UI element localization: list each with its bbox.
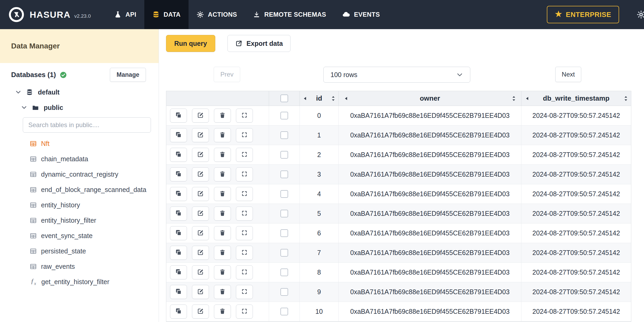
- expand-row-button[interactable]: [236, 187, 253, 201]
- sidebar-table-item[interactable]: dynamic_contract_registry: [0, 167, 159, 182]
- row-checkbox[interactable]: [280, 229, 288, 237]
- export-data-button[interactable]: Export data: [227, 35, 291, 52]
- sidebar-table-item[interactable]: end_of_block_range_scanned_data: [0, 182, 159, 197]
- sidebar-table-item[interactable]: entity_history_filter: [0, 213, 159, 228]
- hasura-brand[interactable]: HASURA v2.23.0: [0, 0, 99, 29]
- edit-row-button[interactable]: [192, 109, 209, 123]
- nav-item-api[interactable]: API: [106, 0, 144, 29]
- table-row: 6 0xaBA7161A7fb69c88e16ED9f455CE62B791EE…: [166, 223, 631, 243]
- row-checkbox[interactable]: [280, 308, 288, 315]
- clone-row-button[interactable]: [170, 167, 187, 181]
- delete-row-button[interactable]: [214, 187, 231, 201]
- edit-row-button[interactable]: [192, 226, 209, 240]
- edit-row-button[interactable]: [192, 265, 209, 279]
- row-checkbox[interactable]: [280, 131, 288, 139]
- sidebar-function-item[interactable]: ƒx get_entity_history_filter: [0, 274, 159, 289]
- chevron-down-icon[interactable]: [21, 105, 27, 110]
- cell-db-write-timestamp: 2024-08-27T09:50:57.245142: [521, 302, 631, 321]
- sort-icon[interactable]: [512, 95, 516, 102]
- sidebar-table-item[interactable]: event_sync_state: [0, 228, 159, 243]
- clone-row-button[interactable]: [170, 265, 187, 279]
- expand-row-button[interactable]: [236, 207, 253, 221]
- delete-row-button[interactable]: [214, 246, 231, 260]
- row-checkbox[interactable]: [280, 249, 288, 257]
- clone-row-button[interactable]: [170, 109, 187, 123]
- delete-row-button[interactable]: [214, 207, 231, 221]
- clone-row-button[interactable]: [170, 148, 187, 162]
- rows-per-page-select[interactable]: 100 rows: [323, 67, 470, 83]
- edit-row-button[interactable]: [192, 167, 209, 181]
- sidebar-table-item[interactable]: persisted_state: [0, 243, 159, 259]
- row-checkbox[interactable]: [280, 151, 288, 159]
- chevron-down-icon[interactable]: [15, 89, 21, 95]
- sort-icon[interactable]: [331, 95, 335, 102]
- prev-page-button[interactable]: Prev: [214, 67, 240, 82]
- edit-row-button[interactable]: [192, 305, 209, 319]
- row-checkbox[interactable]: [280, 171, 288, 178]
- manage-button[interactable]: Manage: [110, 68, 146, 82]
- edit-row-button[interactable]: [192, 148, 209, 162]
- expand-row-button[interactable]: [236, 265, 253, 279]
- sidebar-table-item[interactable]: entity_history: [0, 197, 159, 213]
- clone-row-button[interactable]: [170, 285, 187, 299]
- delete-row-button[interactable]: [214, 109, 231, 123]
- trash-icon: [219, 210, 226, 217]
- settings-gear-icon[interactable]: [637, 10, 644, 19]
- nav-item-data[interactable]: DATA: [144, 0, 189, 29]
- clone-row-button[interactable]: [170, 187, 187, 201]
- sidebar-table-item[interactable]: Nft: [0, 136, 159, 151]
- edit-row-button[interactable]: [192, 207, 209, 221]
- expand-row-button[interactable]: [236, 226, 253, 240]
- next-page-button[interactable]: Next: [555, 67, 581, 82]
- expand-row-button[interactable]: [236, 167, 253, 181]
- column-header-db-write-timestamp[interactable]: db_write_timestamp: [521, 91, 631, 106]
- nav-item-events[interactable]: EVENTS: [334, 0, 388, 29]
- row-checkbox[interactable]: [280, 190, 288, 198]
- delete-row-button[interactable]: [214, 226, 231, 240]
- expand-row-button[interactable]: [236, 148, 253, 162]
- edit-row-button[interactable]: [192, 128, 209, 142]
- search-tables-input[interactable]: [23, 117, 151, 133]
- delete-row-button[interactable]: [214, 265, 231, 279]
- column-header-owner[interactable]: owner: [339, 91, 521, 106]
- run-query-button[interactable]: Run query: [166, 35, 215, 52]
- row-checkbox[interactable]: [280, 288, 288, 296]
- clone-row-button[interactable]: [170, 305, 187, 319]
- row-actions-cell: [166, 243, 269, 262]
- delete-row-button[interactable]: [214, 167, 231, 181]
- tables-list: Nft chain_metadata: [0, 136, 159, 274]
- function-name: get_entity_history_filter: [41, 278, 109, 286]
- enterprise-button[interactable]: ★ ENTERPRISE: [547, 6, 619, 23]
- expand-row-button[interactable]: [236, 246, 253, 260]
- sidebar-table-item[interactable]: raw_events: [0, 259, 159, 274]
- expand-row-button[interactable]: [236, 128, 253, 142]
- clone-row-button[interactable]: [170, 207, 187, 221]
- row-checkbox[interactable]: [280, 210, 288, 217]
- expand-row-button[interactable]: [236, 305, 253, 319]
- tree-item-default-database[interactable]: default: [0, 84, 159, 100]
- cell-id: 8: [300, 263, 339, 282]
- edit-row-button[interactable]: [192, 187, 209, 201]
- expand-row-button[interactable]: [236, 109, 253, 123]
- edit-row-button[interactable]: [192, 246, 209, 260]
- clone-row-button[interactable]: [170, 226, 187, 240]
- row-checkbox[interactable]: [280, 269, 288, 276]
- delete-row-button[interactable]: [214, 148, 231, 162]
- row-checkbox[interactable]: [280, 112, 288, 119]
- edit-row-button[interactable]: [192, 285, 209, 299]
- clone-row-button[interactable]: [170, 246, 187, 260]
- column-header-id[interactable]: id: [300, 91, 339, 106]
- expand-row-button[interactable]: [236, 285, 253, 299]
- nav-item-remote-schemas[interactable]: REMOTE SCHEMAS: [245, 0, 334, 29]
- clone-row-button[interactable]: [170, 128, 187, 142]
- sidebar-table-item[interactable]: chain_metadata: [0, 151, 159, 167]
- table-name: dynamic_contract_registry: [41, 171, 118, 178]
- row-actions-cell: [166, 263, 269, 282]
- select-all-checkbox[interactable]: [280, 95, 288, 102]
- delete-row-button[interactable]: [214, 285, 231, 299]
- delete-row-button[interactable]: [214, 305, 231, 319]
- delete-row-button[interactable]: [214, 128, 231, 142]
- nav-item-actions[interactable]: ACTIONS: [189, 0, 245, 29]
- sort-icon[interactable]: [624, 95, 628, 102]
- tree-item-public-schema[interactable]: public: [0, 100, 159, 115]
